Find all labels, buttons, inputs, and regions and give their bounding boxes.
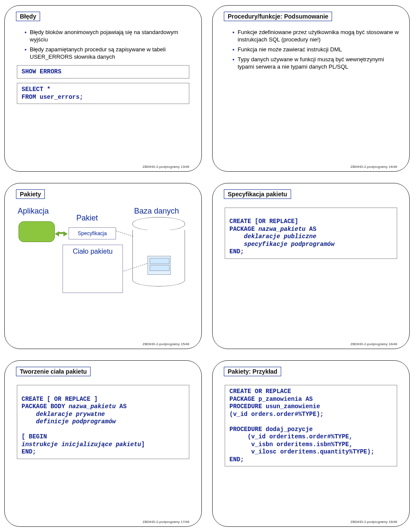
slide-title: Pakiety: Przykład bbox=[224, 367, 281, 376]
slide-18: Pakiety: Przykład CREATE OR REPLACE PACK… bbox=[212, 360, 410, 527]
slide-footer: ZBDiHD-2-podprogramy 13/48 bbox=[141, 165, 191, 169]
slide-footer: ZBDiHD-2-podprogramy 17/48 bbox=[141, 520, 191, 524]
slide-footer: ZBDiHD-2-podprogramy 16/48 bbox=[349, 342, 399, 346]
bullet: Błędy bloków anonimowych pojawiają się n… bbox=[25, 29, 193, 44]
bullet: Funkcje zdefiniowane przez użytkownika m… bbox=[232, 29, 401, 44]
diagram-label-db: Baza danych bbox=[134, 207, 179, 216]
slide-title: Specyfikacja pakietu bbox=[224, 189, 291, 199]
slide-footer: ZBDiHD-2-podprogramy 18/48 bbox=[349, 520, 399, 524]
diagram: Aplikacja Baza danych Pakiet Specyfikacj… bbox=[13, 207, 193, 319]
slide-title: Błędy bbox=[16, 12, 40, 21]
slide-13: Błędy Błędy bloków anonimowych pojawiają… bbox=[4, 5, 202, 172]
slide-footer: ZBDiHD-2-podprogramy 14/48 bbox=[349, 165, 399, 169]
slide-15: Pakiety Aplikacja Baza danych Pakiet Spe… bbox=[4, 183, 202, 349]
code-block: SELECT * FROM user_errors; bbox=[17, 83, 189, 104]
spec-box: Specyfikacja bbox=[69, 227, 116, 239]
diagram-label-pakiet: Pakiet bbox=[76, 214, 98, 223]
slide-14: Procedury/funkcje: Podsumowanie Funkcje … bbox=[212, 5, 410, 172]
double-arrow-icon bbox=[55, 228, 68, 236]
slide-footer: ZBDiHD-2-podprogramy 15/48 bbox=[141, 342, 191, 346]
code-block: CREATE [OR REPLACE] PACKAGE nazwa_pakiet… bbox=[225, 208, 397, 259]
dashed-connector-icon bbox=[116, 230, 133, 236]
bullet: Typy danych używane w funkcji muszą być … bbox=[232, 56, 401, 71]
bullet-list: Błędy bloków anonimowych pojawiają się n… bbox=[25, 29, 193, 61]
app-box-icon bbox=[19, 221, 55, 242]
slide-17: Tworzenie ciała pakietu CREATE [ OR REPL… bbox=[4, 360, 202, 527]
slide-title: Tworzenie ciała pakietu bbox=[16, 367, 91, 376]
bullet: Błędy zapamiętanych procedur są zapisywa… bbox=[25, 46, 193, 61]
database-cylinder-icon bbox=[132, 217, 184, 282]
slide-title: Procedury/funkcje: Podsumowanie bbox=[224, 12, 332, 21]
code-block: CREATE [ OR REPLACE ] PACKAGE BODY nazwa… bbox=[17, 385, 189, 459]
code-block: SHOW ERRORS bbox=[17, 65, 189, 79]
bullet-list: Funkcje zdefiniowane przez użytkownika m… bbox=[232, 29, 401, 70]
slide-title: Pakiety bbox=[16, 189, 45, 199]
slide-16: Specyfikacja pakietu CREATE [OR REPLACE]… bbox=[212, 183, 410, 349]
body-box: Ciało pakietu bbox=[63, 245, 123, 293]
diagram-label-app: Aplikacja bbox=[18, 207, 49, 216]
bullet: Funkcja nie może zawierać instrukcji DML bbox=[232, 46, 401, 54]
code-block: CREATE OR REPLACE PACKAGE p_zamowienia A… bbox=[225, 385, 397, 466]
